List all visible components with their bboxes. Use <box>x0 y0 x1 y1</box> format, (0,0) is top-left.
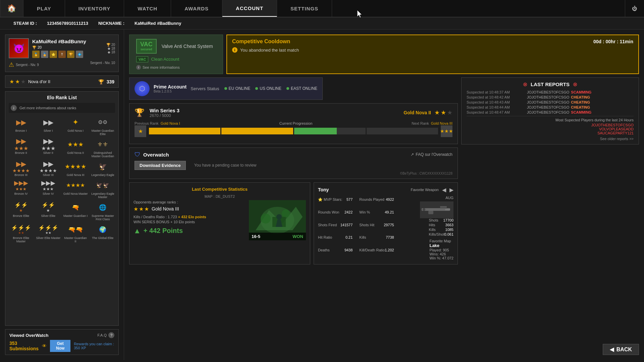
reports-section: ⊗ LAST REPORTS ⊗ Suspected at 10:48:37 A… <box>461 77 639 144</box>
report-row-1: Suspected at 10:48:37 AM JOJOTHEBESTOFCS… <box>467 90 634 94</box>
svg-point-3 <box>282 209 290 218</box>
rank-item-silverE: ⚡⚡ ★ Silver Elite <box>36 201 60 221</box>
rank-icon-lgem: 🦅🦅 <box>96 182 109 188</box>
rank-icon-bronze4: ▶▶▶ ★★★ <box>14 179 28 191</box>
level-label: 🏆 <box>32 46 36 49</box>
kills-shot-val: 0.061 <box>444 232 453 236</box>
back-button[interactable]: ◀ BACK <box>603 344 639 355</box>
rank-icon-ge: 🌍 <box>99 226 106 233</box>
next-rank-name: Gold Nova III <box>431 121 452 125</box>
rank-name-bronze2: Bronze II <box>15 151 27 155</box>
prog-right-icon: ★★★ <box>440 128 453 134</box>
kills-label: Kills <box>359 235 366 247</box>
kills-shot-label: Kills/Shot <box>429 232 444 236</box>
rank-name-bronzeEM: Bronze Elite Master <box>9 236 33 243</box>
vac-header: VAC secured Valve Anti Cheat System <box>136 39 216 54</box>
report-row-4: Suspected at 10:48:44 AM JOJOTHEBESTOFCS… <box>467 105 634 109</box>
rank-icon-mge: ⚙⚙ <box>98 119 107 125</box>
badge-3: ⭐ <box>50 51 57 58</box>
back-label: BACK <box>616 347 632 353</box>
rank-name-silver4: Silver IV <box>43 192 54 195</box>
profile-name: KaMuiRed #BadBunny <box>32 39 103 44</box>
rank-item-dmg: ⚜⚜ Distinguished Master Guardian <box>91 138 115 158</box>
nav-awards[interactable]: AWARDS <box>171 0 222 17</box>
ps-fav-map: Favorite Map Lake Played: 905 Wins: 426 <box>429 239 453 260</box>
rank-item-silverEM: ⚡⚡⚡ ★★ Silver Elite Master <box>36 224 60 243</box>
competitive-stats: Last Competitive Statistics MAP : DE_DUS… <box>129 182 310 264</box>
report-time-5: Suspected at 10:48:47 AM <box>467 110 525 114</box>
report-time-4: Suspected at 10:48:44 AM <box>467 105 525 109</box>
info-icon: i <box>11 105 17 111</box>
rank-name-mge: Master Guardian Elite <box>91 129 115 136</box>
shots-fired-val: 141577 <box>340 223 353 235</box>
rank-badge-silver4: ▶▶▶ ★★★ <box>39 179 57 191</box>
rank-name-bronzeE: Bronze Elite <box>13 214 29 218</box>
cooldown-reason-text: You abandoned the last match <box>240 48 299 53</box>
server-dot-us <box>255 87 258 90</box>
ps-hit-ratio: Hit Ratio 0.21 <box>318 235 353 247</box>
rank-icon-silverEM: ⚡⚡⚡ ★★ <box>38 225 58 235</box>
prev-rank-label: Previous Rank <box>135 121 159 125</box>
rank-badge-gn2: ★★★ <box>66 138 85 150</box>
nav-inventory[interactable]: INVENTORY <box>65 0 124 17</box>
cs-rank-stars: ★ ★ ★ <box>133 206 149 212</box>
ps-right-stats: Shots 17700 Hits 3663 Kills <box>429 218 453 236</box>
ps-mvp: ⭐ MVP Stars: 577 <box>318 197 353 210</box>
ps-weapon-section: ⭐ MVP Stars: 577 Rounds Played 4922 Roun… <box>318 196 453 260</box>
see-older-link[interactable]: See older reports >> <box>600 137 634 141</box>
servers-label: Servers Status <box>191 86 219 91</box>
ps-next-arrow[interactable]: ▶ <box>449 187 453 193</box>
nav-watch[interactable]: WATCH <box>124 0 171 17</box>
current-prog-info: Current Progression <box>279 121 312 125</box>
ps-weapon-header: Favorite Weapon ◀ ▶ <box>411 187 453 193</box>
rank-icon-bronze2: ▶▶ ★★★ <box>14 137 28 152</box>
rank-name-silverE: Silver Elite <box>41 214 56 218</box>
ps-header: Tony Favorite Weapon ◀ ▶ <box>318 187 453 193</box>
badge-1: 🥇 <box>32 51 40 58</box>
prog-rank-left: ★ <box>135 125 146 137</box>
see-more-link[interactable]: i See more informations <box>136 65 216 70</box>
ow-faq[interactable]: F.A.Q ? <box>97 332 114 338</box>
map-won: WON <box>292 234 303 239</box>
pending-case-text: You have a pending case to review <box>194 163 257 168</box>
cs-kd-label: Kills / Deaths Ratio : 1.723 <box>133 215 177 219</box>
ps-prev-arrow[interactable]: ◀ <box>442 187 446 193</box>
nav-settings[interactable]: SETTINGS <box>277 0 332 17</box>
ow-faq-link[interactable]: ↗ FAQ sur l'Overwatch <box>411 152 452 157</box>
rank-icon-mg1: 🔫 <box>72 204 79 211</box>
rank-icon-bronze3: ▶▶ ★★★★ <box>12 160 30 173</box>
nav-play[interactable]: PLAY <box>23 0 65 17</box>
reports-divider <box>467 116 634 116</box>
nav-home[interactable]: 🏠 <box>0 0 23 17</box>
elo-info-text: Get more informations about ranks <box>19 106 76 110</box>
nav-account[interactable]: ACCOUNT <box>222 0 277 17</box>
vac-clean: VAC Clean Account <box>136 56 216 62</box>
get-now-button[interactable]: Get Now <box>50 340 70 352</box>
rank-item-bronzeE: ⚡⚡ ★ Bronze Elite <box>9 201 33 221</box>
rank-name-silver1: Silver I <box>44 129 53 132</box>
win-rank-name: Gold Nova II <box>404 110 431 115</box>
rank-name-mg1: Master Guardian I <box>63 214 88 218</box>
prime-servers-row: ⬡ Prime Account Beta 1.2.0.5 Servers Sta… <box>129 77 458 100</box>
rank-icon-bronze1: ▶▶ <box>16 118 26 126</box>
ow-faq-text: F.A.Q <box>97 333 107 337</box>
report-type-2: CHEATING <box>571 95 590 99</box>
weapon-svg <box>420 202 453 217</box>
ps-hits-r: Hits 3663 <box>429 223 453 227</box>
report-row-5: Suspected at 10:48:47 AM JOJOTHEBESTOFCS… <box>467 110 634 114</box>
rank-item-lgem: 🦅🦅 Legendary Eagle Master <box>91 179 115 199</box>
rank-labels: ⚠ Sergent - Niv. 9 Sergent - Niv. 10 <box>9 61 115 68</box>
rank-icon-lem: 🦅 <box>99 163 107 171</box>
download-evidence-button[interactable]: Download Evidence <box>135 161 186 170</box>
top-navigation: 🏠 PLAY INVENTORY WATCH AWARDS ACCOUNT SE… <box>0 0 644 17</box>
cooldown-reason: i You abandoned the last match <box>232 47 633 53</box>
cs-avg-rank: Opponents average ranks : <box>133 200 246 204</box>
middle-right-area: ⬡ Prime Account Beta 1.2.0.5 Servers Sta… <box>129 77 639 264</box>
nav-power[interactable]: ⏻ <box>625 0 644 17</box>
star-2: ★ <box>15 78 20 85</box>
ps-player-name: Tony <box>318 187 329 192</box>
hit-ratio-label: Hit Ratio <box>318 235 332 247</box>
rank-item-mg1: 🔫 Master Guardian I <box>63 201 88 221</box>
most-reported-row: Most Supected Players during the last 24… <box>467 118 634 135</box>
badge-5: 🏆 <box>67 51 74 58</box>
